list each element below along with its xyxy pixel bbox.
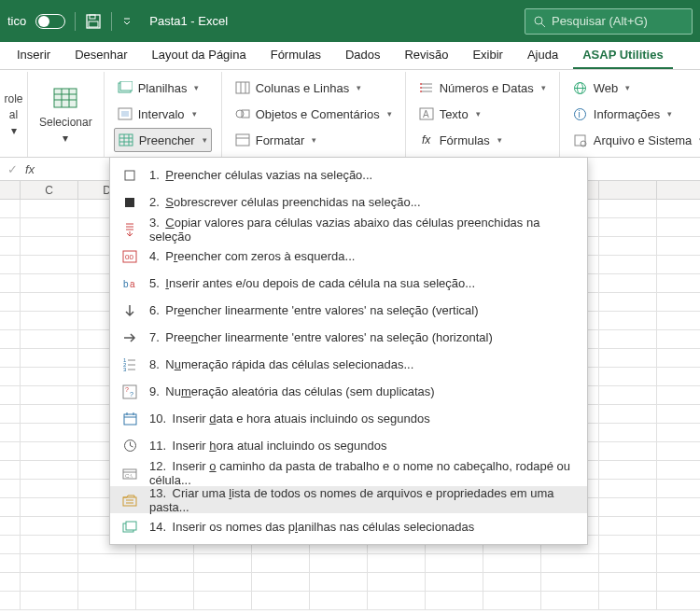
menu-item[interactable]: 3. Copiar valores para células vazias ab… xyxy=(110,216,587,243)
tab-ajuda[interactable]: Ajuda xyxy=(518,42,567,69)
chevron-down-icon: ▾ xyxy=(192,109,197,119)
document-title: Pasta1 - Excel xyxy=(149,14,228,28)
tab-inserir[interactable]: Inserir xyxy=(7,42,60,69)
file-system-icon xyxy=(573,133,588,147)
menu-item[interactable]: 7. Preencher linearmente 'entre valores'… xyxy=(110,324,587,351)
autosave-toggle[interactable] xyxy=(35,14,65,29)
numbers-icon xyxy=(419,80,434,95)
planilhas-button[interactable]: Planilhas▾ xyxy=(114,76,212,100)
svg-text:?: ? xyxy=(130,391,133,398)
selecionar-button[interactable]: Selecionar ▾ xyxy=(37,81,94,148)
arquivo-label: Arquivo e Sistema xyxy=(594,133,693,147)
formatar-label: Formatar xyxy=(256,133,305,147)
formulas-button[interactable]: fx Fórmulas▾ xyxy=(415,128,550,152)
menu-item[interactable]: ??9. Numeração aleatória das células (se… xyxy=(110,378,587,405)
arquivo-sistema-button[interactable]: Arquivo e Sistema▾ xyxy=(569,128,700,152)
menu-item-label: 3. Copiar valores para células vazias ab… xyxy=(149,216,576,244)
fx-icon: fx xyxy=(419,133,434,147)
save-icon[interactable] xyxy=(85,13,102,30)
fx-check-icon[interactable]: ✓ xyxy=(7,162,18,176)
columns-rows-icon xyxy=(235,80,250,95)
svg-text:i: i xyxy=(579,109,581,119)
selecionar-label: Selecionar xyxy=(39,116,92,129)
fill-icon xyxy=(119,133,133,147)
colunas-label: Colunas e Linhas xyxy=(256,81,349,95)
svg-rect-40 xyxy=(575,135,585,146)
partial-big-button[interactable]: role al ▾ xyxy=(3,89,25,141)
menu-item[interactable]: 13. Criar uma lista de todos os nomes de… xyxy=(110,486,587,513)
menu-item-label: 6. Preencher linearmente 'entre valores'… xyxy=(149,303,479,317)
menu-item-label: 2. Sobrescrever células preenchidas na s… xyxy=(149,195,421,209)
col-head[interactable] xyxy=(599,181,657,199)
col-head-c[interactable]: C xyxy=(21,181,78,199)
texto-button[interactable]: A Texto▾ xyxy=(415,102,550,126)
col-head[interactable] xyxy=(0,181,21,199)
square-fill-icon xyxy=(121,194,138,211)
svg-point-23 xyxy=(236,110,244,118)
ribbon-group-f: Web▾ i Informações▾ Arquivo e Sistema▾ xyxy=(560,72,700,157)
menu-item[interactable]: 2. Sobrescrever células preenchidas na s… xyxy=(110,188,587,216)
sheets-icon xyxy=(118,80,133,95)
ribbon-group-c: Planilhas▾ Intervalo▾ Preencher▾ xyxy=(105,72,222,157)
tab-desenhar[interactable]: Desenhar xyxy=(65,42,136,69)
svg-line-68 xyxy=(130,446,133,448)
separator xyxy=(75,12,76,31)
chevron-down-icon: ▾ xyxy=(11,124,17,137)
informacoes-button[interactable]: i Informações▾ xyxy=(569,102,700,126)
ribbon-group-partial-a: role al ▾ xyxy=(0,72,28,157)
tab-layout[interactable]: Layout da Página xyxy=(143,42,256,69)
objetos-comentarios-button[interactable]: Objetos e Comentários▾ xyxy=(231,102,396,126)
svg-line-5 xyxy=(541,23,545,27)
menu-item-label: 9. Numeração aleatória das células (sem … xyxy=(149,384,435,398)
menu-item[interactable]: C:\12. Inserir o caminho da pasta de tra… xyxy=(110,459,587,486)
web-label: Web xyxy=(594,81,619,95)
menu-item[interactable]: 14. Inserir os nomes das planilhas nas c… xyxy=(110,513,587,540)
intervalo-button[interactable]: Intervalo▾ xyxy=(114,102,212,126)
menu-item-label: 12. Inserir o caminho da pasta de trabal… xyxy=(149,459,576,487)
tab-formulas[interactable]: Fórmulas xyxy=(261,42,330,69)
chevron-down-icon: ▾ xyxy=(387,109,392,119)
fx-label-icon: fx xyxy=(25,162,35,176)
menu-item[interactable]: 004. Preencher com zeros à esquerda... xyxy=(110,243,587,270)
tab-dados[interactable]: Dados xyxy=(336,42,390,69)
svg-rect-76 xyxy=(126,522,136,530)
arrow-right-icon xyxy=(121,329,138,346)
menu-item[interactable]: ba5. Inserir antes e/ou depois de cada c… xyxy=(110,270,587,297)
menu-item-label: 4. Preencher com zeros à esquerda... xyxy=(149,249,355,263)
text-icon: A xyxy=(419,106,434,121)
svg-text:00: 00 xyxy=(125,253,133,261)
menu-item[interactable]: 1238. Numeração rápida das células selec… xyxy=(110,351,587,378)
colunas-linhas-button[interactable]: Colunas e Linhas▾ xyxy=(231,76,396,100)
menu-item-label: 7. Preencher linearmente 'entre valores'… xyxy=(149,330,493,344)
chevron-down-icon: ▾ xyxy=(476,109,481,119)
svg-text:a: a xyxy=(130,279,135,289)
preencher-button[interactable]: Preencher▾ xyxy=(114,128,212,152)
menu-item[interactable]: 10. Inserir data e hora atuais incluindo… xyxy=(110,405,587,432)
web-button[interactable]: Web▾ xyxy=(569,76,700,100)
quickaccess-dropdown-icon[interactable] xyxy=(121,13,133,30)
numeros-datas-button[interactable]: Números e Datas▾ xyxy=(415,76,550,100)
menu-item[interactable]: 11. Inserir hora atual incluindo os segu… xyxy=(110,432,587,459)
num-list-icon: 123 xyxy=(121,356,138,373)
chevron-down-icon: ▾ xyxy=(312,135,316,145)
svg-rect-6 xyxy=(54,89,77,107)
chevron-down-icon: ▾ xyxy=(63,132,68,145)
svg-rect-45 xyxy=(125,198,134,207)
menu-item-label: 10. Inserir data e hora atuais incluindo… xyxy=(149,412,430,426)
menu-item[interactable]: 1. Preencher células vazias na seleção..… xyxy=(110,161,587,188)
svg-rect-20 xyxy=(236,82,249,93)
svg-rect-15 xyxy=(119,134,133,146)
tab-revisao[interactable]: Revisão xyxy=(395,42,457,69)
titlebar: tico Pasta1 - Excel Pesquisar (Alt+G) xyxy=(0,0,700,42)
info-icon: i xyxy=(573,106,588,121)
preencher-dropdown-menu: 1. Preencher células vazias na seleção..… xyxy=(109,157,588,545)
tab-asap-utilities[interactable]: ASAP Utilities xyxy=(573,42,672,69)
menu-item[interactable]: 6. Preencher linearmente 'entre valores'… xyxy=(110,297,587,324)
formatar-button[interactable]: Formatar▾ xyxy=(231,128,396,152)
search-box[interactable]: Pesquisar (Alt+G) xyxy=(525,8,693,35)
chevron-down-icon: ▾ xyxy=(203,135,207,145)
tab-exibir[interactable]: Exibir xyxy=(463,42,512,69)
ribbon: role al ▾ Selecionar ▾ Planilhas▾ Interv… xyxy=(0,70,700,158)
svg-text:A: A xyxy=(423,109,429,119)
svg-text:3: 3 xyxy=(123,367,127,372)
